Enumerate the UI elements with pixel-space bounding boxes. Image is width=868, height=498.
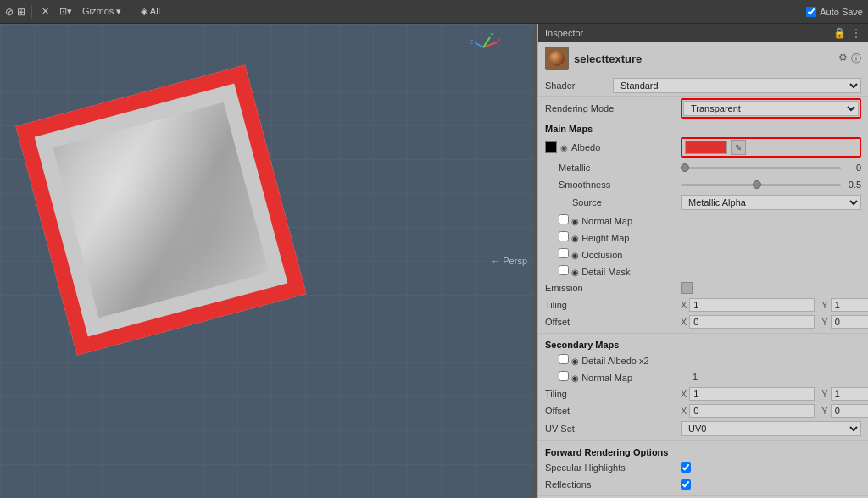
albedo-dot: ◉ [560, 143, 568, 152]
svg-text:X: X [497, 37, 500, 43]
autosave-checkbox[interactable] [806, 7, 816, 17]
smoothness-slider-track[interactable] [681, 184, 841, 186]
rendering-mode-select-wrap: Transparent [681, 98, 861, 119]
source-select[interactable]: Metallic Alpha [681, 195, 861, 210]
secondary-normal-value: 1 [681, 372, 698, 382]
perspective-label: ← Persp [491, 256, 527, 266]
info-icon[interactable]: ⓘ [851, 52, 861, 66]
offset-x-field: X [681, 315, 815, 329]
secondary-offset-row: Offset X Y [538, 402, 868, 419]
secondary-tiling-row: Tiling X Y [538, 385, 868, 402]
albedo-left: ◉ Albedo [545, 141, 681, 153]
gizmos-label: Gizmos [82, 6, 114, 16]
offset-y-label: Y [821, 317, 827, 327]
detail-albedo-row: ◉ Detail Albedo x2 [538, 351, 868, 368]
gizmos-chevron: ▾ [116, 6, 121, 16]
secondary-maps-heading: Secondary Maps [538, 336, 868, 351]
secondary-offset-y-input[interactable] [831, 404, 868, 418]
albedo-row: ◉ Albedo ✎ [538, 136, 868, 159]
settings-icon[interactable]: ⚙ [838, 52, 848, 66]
secondary-tiling-y-field: Y [821, 387, 868, 401]
occlusion-row: ◉ Occlusion [538, 246, 868, 263]
detail-mask-row: ◉ Detail Mask [538, 263, 868, 279]
offset-x-input[interactable] [689, 315, 815, 329]
uv-set-label: UV Set [545, 423, 681, 434]
detail-mask-dot: ◉ [571, 268, 579, 277]
normal-map-row: ◉ Normal Map [538, 212, 868, 229]
source-label: Source [545, 197, 681, 208]
secondary-tiling-x-field: X [681, 387, 815, 401]
reflections-checkbox[interactable] [681, 479, 691, 490]
main-maps-heading: Main Maps [538, 120, 868, 136]
secondary-tiling-label: Tiling [545, 389, 681, 399]
gizmos-btn[interactable]: Gizmos ▾ [79, 4, 125, 19]
all-label: All [150, 6, 160, 16]
specular-highlights-label: Specular Highlights [545, 462, 681, 473]
transform-move-btn[interactable]: ✕ [38, 4, 53, 19]
tiling-x-label: X [681, 300, 687, 310]
height-map-dot: ◉ [571, 234, 579, 243]
viewport[interactable]: X Y Z ← Persp [0, 24, 534, 498]
lock-icon[interactable]: 🔒 [833, 27, 846, 39]
inspector-panel: Inspector 🔒 ⋮ selecttexture ⚙ ⓘ Shader [537, 24, 868, 498]
secondary-offset-y-field: Y [821, 404, 868, 418]
svg-text:Y: Y [490, 32, 494, 38]
metallic-slider-track[interactable] [681, 167, 841, 169]
shader-select[interactable]: Standard [613, 78, 861, 93]
toolbar-icon-2: ⊞ [17, 6, 25, 18]
top-toolbar: ⊘ ⊞ ✕ ⊡▾ Gizmos ▾ ◈ All Auto Save [0, 0, 868, 24]
tiling-y-input[interactable] [831, 298, 868, 312]
separator-1 [31, 5, 32, 19]
kebab-icon[interactable]: ⋮ [851, 27, 861, 39]
source-row: Source Metallic Alpha [538, 193, 868, 212]
rendering-mode-row: Rendering Mode Transparent [538, 97, 868, 120]
autosave-label: Auto Save [820, 7, 863, 17]
normal-map-label: ◉ Normal Map [545, 214, 681, 226]
emission-checkbox[interactable] [681, 282, 693, 294]
divider-3 [538, 495, 868, 496]
offset-y-input[interactable] [831, 315, 868, 329]
gizmo-axes: X Y Z [466, 30, 500, 64]
eyedropper-btn[interactable]: ✎ [731, 140, 746, 155]
layers-btn[interactable]: ◈ All [137, 4, 164, 19]
secondary-offset-x-input[interactable] [689, 404, 815, 418]
height-map-row: ◉ Height Map [538, 229, 868, 246]
toolbar-mode-btn[interactable]: ⊡▾ [56, 4, 75, 19]
smoothness-slider-thumb[interactable] [753, 180, 761, 189]
albedo-label: Albedo [571, 142, 600, 152]
secondary-tiling-x-input[interactable] [689, 387, 815, 401]
metallic-value: 0 [844, 163, 861, 173]
secondary-tiling-y-input[interactable] [831, 387, 868, 401]
tiling-y-field: Y [821, 298, 868, 312]
secondary-tiling-xy: X Y [681, 387, 868, 401]
smoothness-value: 0.5 [844, 180, 861, 190]
albedo-color-swatch[interactable] [685, 141, 727, 154]
svg-text:Z: Z [470, 39, 474, 45]
tiling-x-input[interactable] [689, 298, 815, 312]
secondary-offset-x-field: X [681, 404, 815, 418]
detail-albedo-dot: ◉ [571, 357, 579, 366]
albedo-texture-swatch[interactable] [545, 141, 557, 153]
uv-set-select[interactable]: UV0 [681, 421, 861, 436]
svg-line-2 [475, 42, 483, 47]
divider-1 [538, 333, 868, 334]
occlusion-checkbox[interactable] [559, 248, 569, 258]
specular-highlights-checkbox[interactable] [681, 462, 691, 473]
detail-mask-checkbox[interactable] [559, 265, 569, 275]
detail-albedo-checkbox[interactable] [559, 354, 569, 364]
tiling-x-field: X [681, 298, 815, 312]
secondary-offset-label: Offset [545, 406, 681, 416]
secondary-offset-xy: X Y [681, 404, 868, 418]
main-content: X Y Z ← Persp Inspector 🔒 ⋮ selecttextur… [0, 24, 868, 498]
toolbar-icon-1: ⊘ [5, 6, 14, 18]
divider-2 [538, 440, 868, 441]
rendering-mode-select[interactable]: Transparent [683, 101, 859, 116]
layers-icon: ◈ [141, 6, 147, 16]
albedo-value-area: ✎ [681, 137, 861, 158]
offset-y-field: Y [821, 315, 868, 329]
height-map-checkbox[interactable] [559, 231, 569, 241]
metallic-slider-thumb[interactable] [681, 163, 689, 172]
normal-map-checkbox[interactable] [559, 214, 569, 224]
smoothness-row: Smoothness 0.5 [538, 176, 868, 193]
secondary-normal-checkbox[interactable] [559, 371, 569, 381]
